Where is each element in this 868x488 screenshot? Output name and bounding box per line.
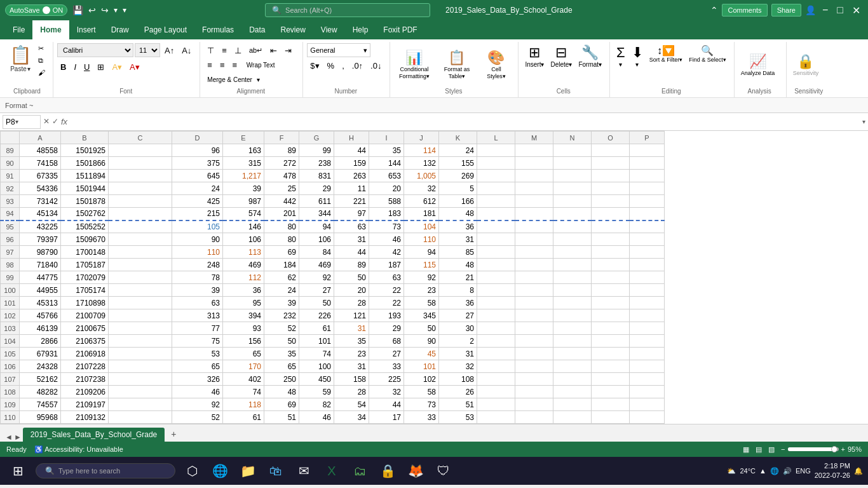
cell-J108[interactable]: 58 [404, 386, 439, 398]
align-right-button[interactable]: ≡ [229, 58, 241, 72]
cell-N89[interactable] [553, 144, 592, 157]
cell-O93[interactable] [592, 195, 630, 208]
col-header-D[interactable]: D [172, 132, 223, 144]
confirm-icon[interactable]: ✓ [52, 117, 58, 126]
cell-D101[interactable]: 63 [172, 297, 223, 309]
cell-M95[interactable] [515, 220, 553, 233]
cell-K92[interactable]: 5 [439, 182, 477, 195]
cell-N103[interactable] [553, 322, 592, 335]
row-number[interactable]: 105 [1, 348, 20, 360]
font-size-select[interactable]: 11 [135, 43, 160, 57]
cell-F103[interactable]: 52 [264, 322, 299, 335]
cell-B104[interactable]: 2106375 [61, 335, 109, 348]
cell-I103[interactable]: 29 [369, 322, 404, 335]
row-number[interactable]: 106 [1, 360, 20, 373]
cell-J109[interactable]: 73 [404, 398, 439, 411]
cell-J91[interactable]: 1,005 [404, 170, 439, 182]
zoom-handle[interactable] [831, 446, 837, 452]
cell-G100[interactable]: 27 [299, 284, 334, 297]
cell-F90[interactable]: 272 [264, 157, 299, 170]
cell-F108[interactable]: 48 [264, 386, 299, 398]
cell-E96[interactable]: 106 [223, 233, 264, 246]
cell-G103[interactable]: 61 [299, 322, 334, 335]
taskbar-edge-icon[interactable]: 🌐 [208, 459, 231, 482]
cell-L106[interactable] [477, 360, 515, 373]
cell-M98[interactable] [515, 259, 553, 271]
paste-button[interactable]: 📋 Paste ▾ [6, 43, 34, 78]
cell-A107[interactable]: 52162 [20, 373, 61, 386]
cell-C90[interactable] [109, 157, 172, 170]
taskbar-green-icon[interactable]: 🗂 [348, 459, 371, 482]
cell-H107[interactable]: 158 [334, 373, 369, 386]
cell-F94[interactable]: 201 [264, 208, 299, 220]
copy-button[interactable]: ⧉ [36, 55, 48, 66]
cell-O95[interactable] [592, 220, 630, 233]
cell-P95[interactable] [630, 220, 665, 233]
cell-P89[interactable] [630, 144, 665, 157]
cell-E97[interactable]: 113 [223, 246, 264, 259]
cell-O100[interactable] [592, 284, 630, 297]
cell-M109[interactable] [515, 398, 553, 411]
cell-N98[interactable] [553, 259, 592, 271]
sound-icon[interactable]: 🔊 [783, 467, 792, 475]
cell-L90[interactable] [477, 157, 515, 170]
cell-P96[interactable] [630, 233, 665, 246]
number-format-dropdown[interactable]: ▾ [363, 46, 367, 55]
cell-I91[interactable]: 653 [369, 170, 404, 182]
col-header-E[interactable]: E [223, 132, 264, 144]
cell-I105[interactable]: 27 [369, 348, 404, 360]
cut-button[interactable]: ✂ [36, 43, 48, 54]
cell-H98[interactable]: 89 [334, 259, 369, 271]
cell-O94[interactable] [592, 208, 630, 220]
cell-G89[interactable]: 99 [299, 144, 334, 157]
cell-L110[interactable] [477, 411, 515, 424]
cell-A108[interactable]: 48282 [20, 386, 61, 398]
insert-function-icon[interactable]: fx [61, 117, 67, 126]
cell-G107[interactable]: 450 [299, 373, 334, 386]
cell-L93[interactable] [477, 195, 515, 208]
cell-A90[interactable]: 74158 [20, 157, 61, 170]
cell-F110[interactable]: 51 [264, 411, 299, 424]
cell-A92[interactable]: 54336 [20, 182, 61, 195]
cell-G95[interactable]: 94 [299, 220, 334, 233]
cell-M110[interactable] [515, 411, 553, 424]
cell-J94[interactable]: 181 [404, 208, 439, 220]
cell-H110[interactable]: 34 [334, 411, 369, 424]
format-painter-button[interactable]: 🖌 [36, 67, 48, 78]
cell-O97[interactable] [592, 246, 630, 259]
cell-F100[interactable]: 24 [264, 284, 299, 297]
cell-L103[interactable] [477, 322, 515, 335]
cell-A104[interactable]: 2866 [20, 335, 61, 348]
font-color-button[interactable]: A▾ [126, 60, 143, 74]
cell-K94[interactable]: 48 [439, 208, 477, 220]
cell-J90[interactable]: 132 [404, 157, 439, 170]
cell-B108[interactable]: 2109206 [61, 386, 109, 398]
taskbar-shield-icon[interactable]: 🛡 [432, 459, 455, 482]
cell-M92[interactable] [515, 182, 553, 195]
cell-H97[interactable]: 44 [334, 246, 369, 259]
wrap-text-button[interactable]: Wrap Text [241, 58, 280, 72]
row-number[interactable]: 101 [1, 297, 20, 309]
cell-P110[interactable] [630, 411, 665, 424]
cell-G93[interactable]: 611 [299, 195, 334, 208]
cell-A96[interactable]: 79397 [20, 233, 61, 246]
indent-increase-button[interactable]: ⇥ [281, 43, 295, 57]
cell-P92[interactable] [630, 182, 665, 195]
cell-C103[interactable] [109, 322, 172, 335]
cell-H89[interactable]: 44 [334, 144, 369, 157]
cell-L95[interactable] [477, 220, 515, 233]
cell-F99[interactable]: 62 [264, 271, 299, 284]
cell-A110[interactable]: 95968 [20, 411, 61, 424]
row-number[interactable]: 110 [1, 411, 20, 424]
cell-D108[interactable]: 46 [172, 386, 223, 398]
cell-H105[interactable]: 23 [334, 348, 369, 360]
cell-I99[interactable]: 63 [369, 271, 404, 284]
cell-H101[interactable]: 28 [334, 297, 369, 309]
cell-D109[interactable]: 92 [172, 398, 223, 411]
cell-E103[interactable]: 93 [223, 322, 264, 335]
cell-E89[interactable]: 163 [223, 144, 264, 157]
formula-expand-icon[interactable]: ▾ [862, 118, 865, 125]
row-number[interactable]: 93 [1, 195, 20, 208]
cell-A106[interactable]: 24328 [20, 360, 61, 373]
cell-C96[interactable] [109, 233, 172, 246]
